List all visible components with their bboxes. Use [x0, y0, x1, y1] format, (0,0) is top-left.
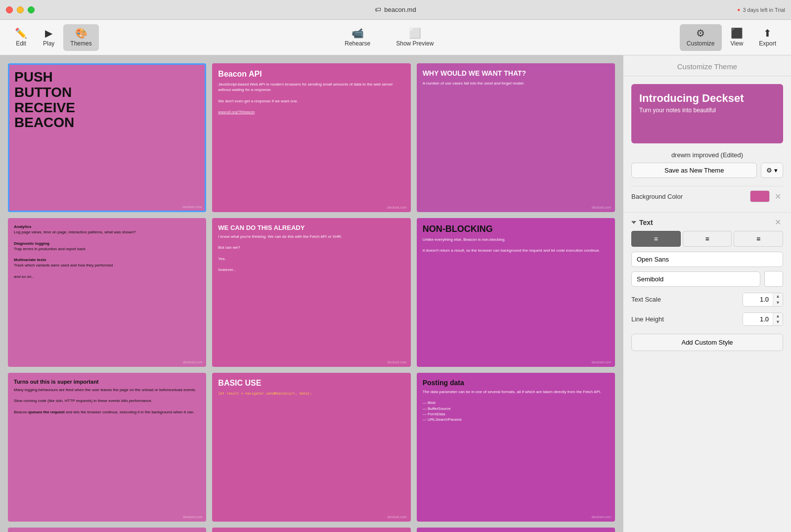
bg-color-close-button[interactable]: ✕ [773, 192, 783, 201]
right-panel: Customize Theme Introducing Deckset Turn… [623, 55, 791, 532]
maximize-button[interactable] [28, 6, 35, 13]
slide-9-title: Posting data [423, 379, 609, 387]
text-scale-up-button[interactable]: ▲ [773, 293, 783, 300]
slides-grid: PUSHBUTTONRECEIVEBEACON deckset.com Beac… [8, 63, 615, 532]
slide-thumb-12[interactable]: Browser support It's easy to test for: i… [417, 528, 615, 532]
slide-2-watermark: deckset.com [387, 206, 406, 209]
text-section-header: Text ✕ [623, 212, 791, 231]
bg-color-swatch[interactable] [750, 190, 770, 202]
text-scale-spinners: ▲ ▼ [773, 293, 783, 306]
slide-content-4: Analytics Log page views, time on page, … [9, 219, 205, 366]
slide-7-watermark: deckset.com [183, 515, 202, 519]
text-color-swatch[interactable] [764, 271, 783, 287]
toolbar: ✏️ Edit ▶ Play 🎨 Themes 📹 Rehearse ⬜ Sho… [0, 20, 791, 55]
text-scale-down-button[interactable]: ▼ [773, 300, 783, 306]
slide-content-11: Browser support [213, 529, 409, 532]
export-button[interactable]: ⬆ Export [752, 24, 783, 51]
traffic-lights [6, 6, 35, 13]
save-theme-row: Save as New Theme ⚙ ▾ [623, 163, 791, 186]
slide-2-title: Beacon API [218, 69, 404, 79]
slide-content-1: PUSHBUTTONRECEIVEBEACON deckset.com [9, 65, 205, 211]
preview-icon: ⬜ [409, 28, 421, 38]
theme-preview: Introducing Deckset Turn your notes into… [631, 84, 783, 143]
slide-thumb-8[interactable]: BASIC USE let result = navigator.sendBea… [212, 373, 410, 522]
slide-4-body: Analytics Log page views, time on page, … [14, 224, 200, 279]
background-color-section: Background Color ✕ [623, 186, 791, 212]
slide-thumb-10[interactable]: Posting data let url = '/api/my-endpoint… [8, 528, 206, 532]
main-content: PUSHBUTTONRECEIVEBEACON deckset.com Beac… [0, 55, 791, 532]
slide-thumb-2[interactable]: Beacon API JavaScript-based Web API in m… [212, 63, 410, 212]
toolbar-center-group: 📹 Rehearse ⬜ Show Preview [99, 24, 680, 51]
line-height-input[interactable] [743, 313, 773, 325]
slide-thumb-4[interactable]: Analytics Log page views, time on page, … [8, 218, 206, 367]
slide-content-7: Turns out this is super important Many l… [9, 374, 205, 521]
slide-content-6: NON-BLOCKING Unlike everything else, Bea… [418, 219, 614, 366]
slide-6-body: Unlike everything else, Beacon is non-bl… [423, 237, 609, 254]
line-height-down-button[interactable]: ▼ [773, 319, 783, 325]
align-left-button[interactable]: ≡ [631, 231, 681, 247]
slide-thumb-6[interactable]: NON-BLOCKING Unlike everything else, Bea… [417, 218, 615, 367]
add-custom-style-button[interactable]: Add Custom Style [631, 334, 783, 351]
slide-thumb-7[interactable]: Turns out this is super important Many l… [8, 373, 206, 522]
slide-9-watermark: deckset.com [592, 515, 611, 519]
rehearse-button[interactable]: 📹 Rehearse [338, 24, 377, 51]
collapse-icon[interactable] [631, 221, 636, 224]
align-right-icon: ≡ [756, 235, 760, 243]
slide-content-2: Beacon API JavaScript-based Web API in m… [213, 64, 409, 211]
align-center-button[interactable]: ≡ [683, 231, 732, 247]
slide-4-watermark: deckset.com [183, 360, 202, 364]
play-button[interactable]: ▶ Play [36, 24, 61, 51]
rehearse-icon: 📹 [352, 28, 364, 38]
slide-thumb-1[interactable]: PUSHBUTTONRECEIVEBEACON deckset.com [8, 63, 206, 212]
align-right-button[interactable]: ≡ [734, 231, 783, 247]
view-button[interactable]: ⬛ View [724, 24, 750, 51]
save-theme-button[interactable]: Save as New Theme [631, 163, 757, 178]
line-height-up-button[interactable]: ▲ [773, 313, 783, 319]
slide-thumb-3[interactable]: WHY WOULD WE WANT THAT? A number of use … [417, 63, 615, 212]
text-section-close-button[interactable]: ✕ [773, 218, 783, 227]
slide-content-10: Posting data let url = '/api/my-endpoint… [9, 529, 205, 532]
minimize-button[interactable] [17, 6, 24, 13]
slide-5-watermark: deckset.com [387, 360, 406, 364]
gear-icon: ⚙ ▾ [766, 167, 778, 174]
titlebar: 🏷 beacon.md ● 3 days left in Trial [0, 0, 791, 20]
theme-gear-button[interactable]: ⚙ ▾ [761, 163, 783, 178]
slide-8-watermark: deckset.com [387, 515, 406, 519]
slide-thumb-11[interactable]: Browser support [212, 528, 410, 532]
days-left-badge: ● 3 days left in Trial [737, 7, 785, 13]
slide-content-9: Posting data The data parameter can be i… [418, 374, 614, 521]
toolbar-right-group: ⚙ Customize ⬛ View ⬆ Export [680, 24, 783, 51]
slide-5-title: WE CAN DO THIS ALREADY [218, 224, 404, 231]
font-weight-row: Thin Light Regular Semibold Bold Black [623, 271, 791, 291]
text-scale-label: Text Scale [631, 296, 661, 303]
slide-thumb-5[interactable]: WE CAN DO THIS ALREADY I know what you'r… [212, 218, 410, 367]
slide-thumb-9[interactable]: Posting data The data parameter can be i… [417, 373, 615, 522]
slides-panel[interactable]: PUSHBUTTONRECEIVEBEACON deckset.com Beac… [0, 55, 623, 532]
slide-3-body: A number of use cases fall into the send… [423, 81, 609, 86]
theme-preview-subtitle: Turn your notes into beautiful [639, 107, 775, 114]
theme-name: drewm improved (Edited) [623, 151, 791, 163]
play-icon: ▶ [45, 28, 52, 38]
slide-3-watermark: deckset.com [592, 206, 611, 209]
slide-2-body: JavaScript-based Web API in modern brows… [218, 82, 404, 115]
toolbar-left-group: ✏️ Edit ▶ Play 🎨 Themes [8, 24, 99, 51]
show-preview-button[interactable]: ⬜ Show Preview [389, 24, 440, 51]
alignment-row: ≡ ≡ ≡ [623, 231, 791, 252]
export-icon: ⬆ [763, 28, 772, 38]
edit-button[interactable]: ✏️ Edit [8, 24, 34, 51]
align-center-icon: ≡ [705, 235, 709, 243]
font-select[interactable]: Open Sans Helvetica Georgia Roboto [631, 252, 783, 267]
text-scale-input[interactable] [743, 293, 773, 306]
customize-button[interactable]: ⚙ Customize [680, 24, 722, 51]
font-selector-row: Open Sans Helvetica Georgia Roboto [623, 252, 791, 271]
slide-6-watermark: deckset.com [592, 360, 611, 364]
theme-preview-title: Introducing Deckset [639, 92, 775, 105]
weight-select[interactable]: Thin Light Regular Semibold Bold Black [631, 271, 760, 287]
themes-icon: 🎨 [75, 28, 88, 38]
slide-5-body: I know what you're thinking. We can do t… [218, 234, 404, 272]
themes-button[interactable]: 🎨 Themes [63, 24, 98, 51]
bg-color-label: Background Color [631, 193, 683, 200]
close-button[interactable] [6, 6, 13, 13]
panel-title: Customize Theme [623, 55, 791, 76]
text-section-title: Text [631, 219, 653, 226]
